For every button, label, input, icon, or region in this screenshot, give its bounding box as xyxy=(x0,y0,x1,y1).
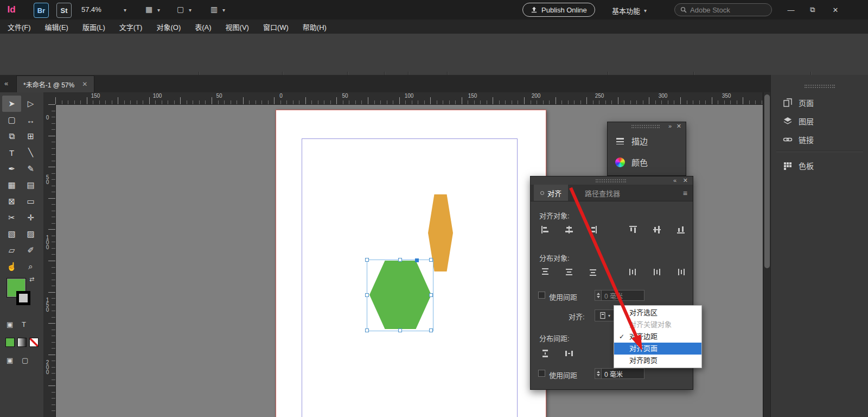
rectangle-tool[interactable]: ▭ xyxy=(21,193,40,210)
stock-button[interactable]: St xyxy=(56,3,72,18)
selection-handle[interactable] xyxy=(398,328,402,332)
panel-menu-icon[interactable]: ≡ xyxy=(683,189,687,198)
content-collector-tool[interactable]: ⧉ xyxy=(2,128,21,144)
ruler-origin-corner[interactable] xyxy=(43,92,56,105)
close-tab-icon[interactable]: ✕ xyxy=(82,80,87,88)
distribute-right-button[interactable] xyxy=(674,266,688,279)
normal-view-mode-icon[interactable]: ▣ xyxy=(7,356,13,364)
use-spacing-checkbox-2[interactable] xyxy=(538,370,545,377)
gradient-tool[interactable]: ▧ xyxy=(2,226,21,242)
screen-mode-chevron-icon[interactable]: ▾ xyxy=(189,7,192,13)
active-selection-handle[interactable] xyxy=(415,258,419,262)
menu-item-align-margins[interactable]: ✓对齐边距 xyxy=(614,331,701,343)
tab-align[interactable]: 对齐 xyxy=(534,185,568,201)
align-horizontal-center-button[interactable] xyxy=(562,223,576,236)
collapse-panel-icon[interactable]: « xyxy=(673,177,676,184)
align-to-dropdown-button[interactable]: ▾ xyxy=(595,309,615,321)
arrange-documents-chevron-icon[interactable]: ▾ xyxy=(222,7,225,13)
spacing-field[interactable]: 0 毫米 xyxy=(595,290,644,301)
scissors-tool[interactable]: ✂ xyxy=(2,210,21,226)
menu-object[interactable]: 对象(O) xyxy=(156,22,181,32)
vertical-ruler[interactable]: 0 50 100 150 200 xyxy=(43,104,56,417)
view-options-icon[interactable]: ▦ xyxy=(145,5,152,14)
spinner[interactable] xyxy=(595,369,602,378)
pencil-tool[interactable]: ✎ xyxy=(21,161,40,177)
menu-edit[interactable]: 编辑(E) xyxy=(45,22,68,32)
preview-mode-icon[interactable]: ▢ xyxy=(22,356,28,364)
menu-item-align-page[interactable]: 对齐页面 xyxy=(614,343,701,355)
distribute-top-button[interactable] xyxy=(538,266,552,279)
stroke-color-box[interactable] xyxy=(16,291,30,305)
distribute-left-button[interactable] xyxy=(626,266,640,279)
gap-tool[interactable]: ↔ xyxy=(21,112,40,128)
distribute-horizontal-center-button[interactable] xyxy=(650,266,664,279)
panel-grip[interactable] xyxy=(631,125,660,128)
align-bottom-button[interactable] xyxy=(674,223,688,236)
screen-mode-icon[interactable]: ▢ xyxy=(177,5,184,14)
panel-header[interactable]: » ✕ xyxy=(608,122,686,130)
publish-online-button[interactable]: Publish Online xyxy=(522,3,595,17)
layers-panel-button[interactable]: 图层 xyxy=(771,113,868,129)
view-options-chevron-icon[interactable]: ▾ xyxy=(157,7,160,13)
menu-help[interactable]: 帮助(H) xyxy=(303,22,327,32)
selection-bounding-box[interactable] xyxy=(367,260,433,331)
menu-file[interactable]: 文件(F) xyxy=(8,22,31,32)
horizontal-ruler[interactable]: 150 100 50 0 50 100 150 200 250 300 350 xyxy=(55,92,763,105)
direct-selection-tool[interactable]: ▷ xyxy=(21,96,40,112)
menu-view[interactable]: 视图(V) xyxy=(226,22,249,32)
selection-handle[interactable] xyxy=(398,258,402,262)
menu-item-align-selection[interactable]: 对齐选区 xyxy=(614,307,701,319)
spacing-field-2[interactable]: 0 毫米 xyxy=(595,368,644,379)
selection-handle[interactable] xyxy=(365,258,369,262)
vertical-scrollbar[interactable] xyxy=(763,92,771,417)
swap-fill-stroke-icon[interactable]: ⇄ xyxy=(29,276,34,283)
apply-none-button[interactable] xyxy=(29,338,39,347)
expand-panel-icon[interactable]: » xyxy=(668,123,672,129)
eyedropper-tool[interactable]: ✐ xyxy=(21,242,40,258)
panel-header[interactable]: « ✕ xyxy=(531,176,693,185)
collapse-left-dock-icon[interactable]: « xyxy=(4,79,8,87)
spinner[interactable] xyxy=(595,290,602,300)
apply-gradient-button[interactable] xyxy=(17,338,27,347)
formatting-affects-container-icon[interactable]: ▣ xyxy=(7,320,13,328)
distribute-vertical-space-button[interactable] xyxy=(538,347,552,360)
pen-tool[interactable]: ✒ xyxy=(2,161,21,177)
links-panel-button[interactable]: 链接 xyxy=(771,131,868,148)
selection-tool[interactable]: ➤ xyxy=(2,96,21,112)
minimize-button[interactable]: — xyxy=(782,4,800,15)
menu-window[interactable]: 窗口(W) xyxy=(263,22,289,32)
zoom-chevron-icon[interactable]: ▾ xyxy=(124,7,126,13)
color-panel-tab[interactable]: 颜色 xyxy=(608,151,686,173)
type-tool[interactable]: T xyxy=(2,144,21,161)
zoom-level[interactable]: 57.4% xyxy=(81,5,101,14)
panel-grip[interactable] xyxy=(596,179,626,182)
align-top-button[interactable] xyxy=(626,223,640,236)
swatches-panel-button[interactable]: 色板 xyxy=(771,157,868,174)
page-tool[interactable]: ▢ xyxy=(2,112,21,128)
distribute-vertical-center-button[interactable] xyxy=(562,266,576,279)
restore-button[interactable]: ⧉ xyxy=(804,4,821,15)
gradient-feather-tool[interactable]: ▨ xyxy=(21,226,40,242)
content-placer-tool[interactable]: ⊞ xyxy=(21,128,40,144)
selection-handle[interactable] xyxy=(429,258,433,262)
selection-handle[interactable] xyxy=(365,328,369,332)
close-panel-icon[interactable]: ✕ xyxy=(683,177,688,184)
tab-pathfinder[interactable]: 路径查找器 xyxy=(578,185,627,201)
menu-type[interactable]: 文字(T) xyxy=(119,22,143,32)
menu-table[interactable]: 表(A) xyxy=(195,22,211,32)
note-tool[interactable]: ▱ xyxy=(2,242,21,258)
rectangle-frame-tool[interactable]: ⊠ xyxy=(2,193,21,210)
bridge-button[interactable]: Br xyxy=(34,3,49,18)
selection-handle[interactable] xyxy=(429,293,433,297)
workspace-switcher[interactable]: 基本功能 ▾ xyxy=(612,5,647,16)
distribute-horizont­al-space-button[interactable] xyxy=(562,347,576,360)
arrange-documents-icon[interactable]: ▥ xyxy=(210,5,218,14)
pages-panel-button[interactable]: 页面 xyxy=(771,94,868,111)
apply-color-button[interactable] xyxy=(5,338,15,347)
scrollbar-thumb[interactable] xyxy=(764,94,770,268)
selection-handle[interactable] xyxy=(365,293,369,297)
stroke-panel-tab[interactable]: 描边 xyxy=(608,130,686,151)
frame-grid-tool[interactable]: ▦ xyxy=(2,177,21,193)
menu-item-align-spread[interactable]: 对齐跨页 xyxy=(614,355,701,367)
zoom-tool[interactable]: ⌕ xyxy=(21,258,40,275)
